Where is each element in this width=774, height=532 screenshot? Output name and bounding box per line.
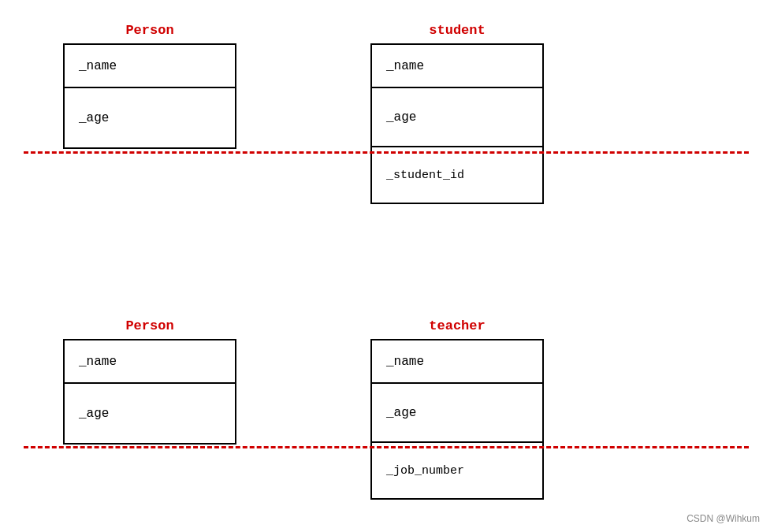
top-student-box: student _name _age _student_id	[370, 43, 544, 204]
bottom-teacher-title: teacher	[372, 318, 542, 333]
top-person-box: Person _name _age	[63, 43, 236, 149]
top-student-title: student	[372, 23, 542, 38]
top-student-name-section: _name	[372, 45, 542, 88]
bottom-person-box: Person _name _age	[63, 339, 236, 445]
watermark: CSDN @Wihkum	[687, 513, 760, 524]
bottom-person-title: Person	[65, 318, 235, 333]
top-person-name-section: _name	[65, 45, 235, 88]
bottom-teacher-name-section: _name	[372, 340, 542, 384]
bottom-teacher-age-section: _age	[372, 384, 542, 443]
bottom-dashed-line	[24, 446, 749, 448]
top-person-age-section: _age	[65, 88, 235, 147]
bottom-person-age-section: _age	[65, 384, 235, 443]
diagram-area: Person _name _age student _name _age _st…	[0, 0, 774, 532]
bottom-teacher-box: teacher _name _age _job_number	[370, 339, 544, 500]
bottom-person-name-section: _name	[65, 340, 235, 384]
top-dashed-line	[24, 151, 749, 154]
top-student-age-section: _age	[372, 88, 542, 147]
top-person-title: Person	[65, 23, 235, 38]
bottom-teacher-job-section: _job_number	[372, 443, 542, 498]
top-student-id-section: _student_id	[372, 147, 542, 203]
